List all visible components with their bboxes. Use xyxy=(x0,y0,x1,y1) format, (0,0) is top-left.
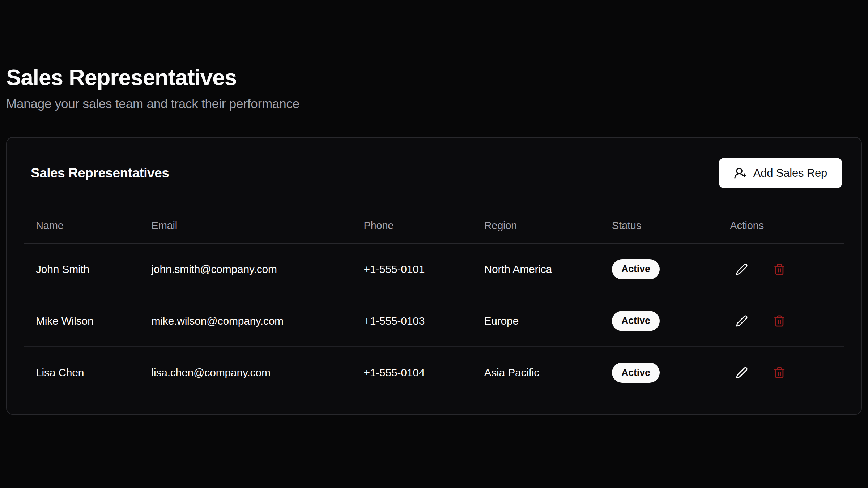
pencil-icon xyxy=(736,315,748,327)
card-title: Sales Representatives xyxy=(31,166,169,181)
email-cell: mike.wilson@company.com xyxy=(140,295,352,347)
column-header-status: Status xyxy=(600,209,718,243)
add-sales-rep-button-label: Add Sales Rep xyxy=(753,167,827,180)
user-plus-icon xyxy=(734,167,747,180)
edit-button[interactable] xyxy=(730,257,754,281)
pencil-icon xyxy=(736,263,748,275)
status-cell: Active xyxy=(600,295,718,347)
status-cell: Active xyxy=(600,243,718,295)
name-cell: John Smith xyxy=(24,243,140,295)
actions-cell xyxy=(718,295,844,347)
sales-representatives-card: Sales Representatives Add Sales Rep xyxy=(6,137,862,415)
column-header-phone: Phone xyxy=(352,209,472,243)
region-cell: North America xyxy=(472,243,600,295)
table-header-row: Name Email Phone Region Status Actions xyxy=(24,209,844,243)
delete-button[interactable] xyxy=(767,361,791,385)
phone-cell: +1-555-0104 xyxy=(352,347,472,398)
pencil-icon xyxy=(736,367,748,379)
page-subtitle: Manage your sales team and track their p… xyxy=(6,97,862,111)
actions-cell xyxy=(718,347,844,398)
email-cell: lisa.chen@company.com xyxy=(140,347,352,398)
status-badge: Active xyxy=(612,311,660,331)
status-cell: Active xyxy=(600,347,718,398)
edit-button[interactable] xyxy=(730,309,754,333)
page: Sales Representatives Manage your sales … xyxy=(0,0,868,488)
add-sales-rep-button[interactable]: Add Sales Rep xyxy=(719,158,842,188)
trash-icon xyxy=(773,263,786,275)
column-header-actions: Actions xyxy=(718,209,844,243)
edit-button[interactable] xyxy=(730,361,754,385)
delete-button[interactable] xyxy=(767,309,791,333)
actions-cell xyxy=(718,243,844,295)
column-header-region: Region xyxy=(472,209,600,243)
table-row: John Smith john.smith@company.com +1-555… xyxy=(24,243,844,295)
delete-button[interactable] xyxy=(767,257,791,281)
table-row: Mike Wilson mike.wilson@company.com +1-5… xyxy=(24,295,844,347)
card-header: Sales Representatives Add Sales Rep xyxy=(24,155,844,188)
column-header-name: Name xyxy=(24,209,140,243)
phone-cell: +1-555-0103 xyxy=(352,295,472,347)
region-cell: Europe xyxy=(472,295,600,347)
email-cell: john.smith@company.com xyxy=(140,243,352,295)
table-row: Lisa Chen lisa.chen@company.com +1-555-0… xyxy=(24,347,844,398)
region-cell: Asia Pacific xyxy=(472,347,600,398)
trash-icon xyxy=(773,315,786,327)
name-cell: Lisa Chen xyxy=(24,347,140,398)
name-cell: Mike Wilson xyxy=(24,295,140,347)
trash-icon xyxy=(773,367,786,379)
page-title: Sales Representatives xyxy=(6,64,862,90)
phone-cell: +1-555-0101 xyxy=(352,243,472,295)
status-badge: Active xyxy=(612,259,660,279)
column-header-email: Email xyxy=(140,209,352,243)
sales-reps-table: Name Email Phone Region Status Actions J… xyxy=(24,209,844,398)
status-badge: Active xyxy=(612,363,660,383)
